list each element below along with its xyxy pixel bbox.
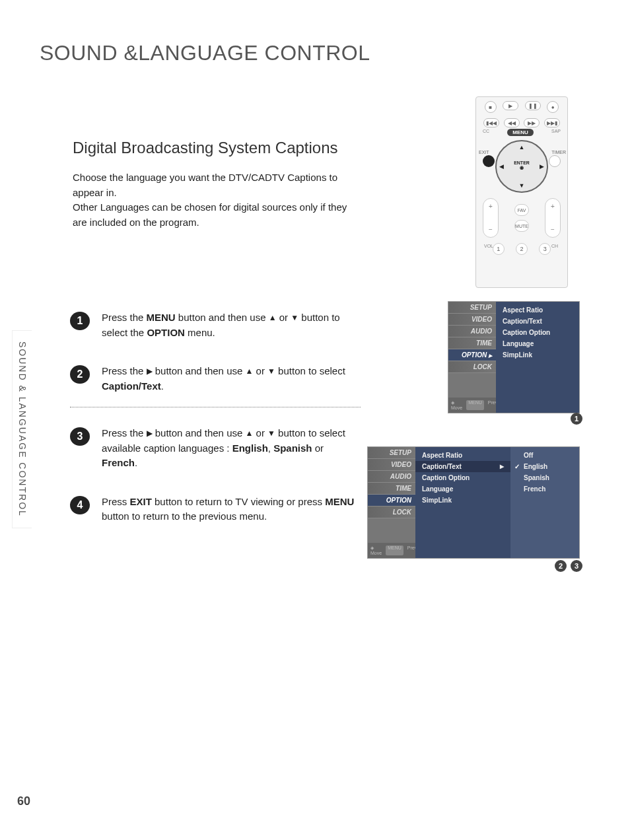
sidebar-item-setup: SETUP <box>368 447 415 459</box>
french-label: French <box>102 457 135 468</box>
vol-label: VOL <box>484 244 493 248</box>
ch-label: CH <box>551 244 558 248</box>
volume-rocker: + − <box>483 198 499 238</box>
text: or <box>253 365 267 376</box>
down-arrow-icon: ▼ <box>267 427 275 439</box>
text: button to return to TV viewing or press <box>152 496 325 507</box>
text: Press the <box>102 427 147 438</box>
step-2: 2 Press the ▶ button and then use ▲ or ▼… <box>70 364 361 407</box>
number-1-button: 1 <box>493 243 505 255</box>
minus-icon: − <box>551 226 555 233</box>
play-button: ▶ <box>503 101 518 110</box>
plus-icon: + <box>551 203 555 210</box>
osd-menu-1: SETUP VIDEO AUDIO TIME OPTION ▶ LOCK ◈ M… <box>448 301 580 413</box>
text: Press the <box>102 312 147 323</box>
text: . <box>135 457 137 468</box>
section-heading: Digital Broadcasting System Captions <box>73 139 338 157</box>
timer-button <box>549 155 561 167</box>
osd-panel: Aspect Ratio Caption/Text Caption Option… <box>496 302 579 413</box>
sidebar-item-time: TIME <box>448 337 496 349</box>
prev-hint: MENU <box>386 545 403 555</box>
callout-2: 2 <box>555 560 567 572</box>
move-hint: ◈ Move <box>370 545 382 555</box>
option-caption-option: Caption Option <box>415 472 510 483</box>
osd-footer: ◈ Move MENUPrev <box>448 398 496 413</box>
down-arrow-icon: ▼ <box>291 312 298 324</box>
text: or <box>312 442 324 454</box>
right-arrow-icon: ▶ <box>489 353 492 358</box>
text: or <box>253 427 267 438</box>
right-arrow-icon: ▶ <box>147 365 153 377</box>
text: Press <box>102 496 130 507</box>
pause-button: ❚❚ <box>525 101 541 110</box>
intro-text: Choose the language you want the DTV/CAD… <box>73 170 357 230</box>
sub-option-spanish: Spanish <box>510 472 579 483</box>
sidebar-item-video: VIDEO <box>448 314 496 326</box>
callout-1: 1 <box>571 413 582 425</box>
page-number: 60 <box>17 794 30 808</box>
sidebar-item-time: TIME <box>368 483 415 495</box>
stop-button: ■ <box>485 101 497 113</box>
option-caption-text: Caption/Text ▶ <box>415 461 510 472</box>
intro-line-1: Choose the language you want the DTV/CAD… <box>73 170 357 200</box>
menu-label: MENU <box>325 496 354 507</box>
vertical-chapter-tab: SOUND & LANGUAGE CONTROL <box>12 330 32 528</box>
text: button and then use <box>176 312 269 323</box>
step-1-text: Press the MENU button and then use ▲ or … <box>102 310 361 340</box>
up-arrow-icon: ▲ <box>245 427 253 439</box>
option-aspect-ratio: Aspect Ratio <box>496 304 579 316</box>
step-number-badge: 2 <box>70 365 90 384</box>
sub-option-french: French <box>510 483 579 495</box>
dpad-right-icon: ▶ <box>540 163 544 170</box>
option-aspect-ratio: Aspect Ratio <box>415 450 510 461</box>
sap-label: SAP <box>551 129 561 136</box>
exit-label: EXIT <box>479 150 489 155</box>
step-4: 4 Press EXIT button to return to TV view… <box>70 495 361 524</box>
skip-next-button: ▶▶▮ <box>544 118 560 127</box>
dpad-down-icon: ▼ <box>519 182 525 189</box>
option-label: OPTION <box>147 327 185 338</box>
minus-icon: − <box>489 226 493 233</box>
step-2-text: Press the ▶ button and then use ▲ or ▼ b… <box>102 364 361 394</box>
text: , <box>268 442 273 454</box>
rewind-button: ◀◀ <box>504 118 520 127</box>
label: OPTION <box>462 351 487 359</box>
option-simplink: SimpLink <box>415 495 510 506</box>
osd-sidebar: SETUP VIDEO AUDIO TIME OPTION ▶ LOCK ◈ M… <box>448 302 496 413</box>
text: button to select <box>275 365 345 376</box>
text: . <box>161 380 164 392</box>
sidebar-item-audio: AUDIO <box>448 326 496 337</box>
sidebar-item-video: VIDEO <box>368 459 415 471</box>
move-hint: ◈ Move <box>451 400 462 410</box>
osd-submenu: Off English Spanish French <box>510 447 579 558</box>
english-label: English <box>232 442 268 454</box>
enter-button: ENTER ◉ <box>514 160 530 170</box>
step-3: 3 Press the ▶ button and then use ▲ or ▼… <box>70 426 361 471</box>
option-caption-option: Caption Option <box>496 327 579 338</box>
step-4-text: Press EXIT button to return to TV viewin… <box>102 495 361 524</box>
enter-label: ENTER <box>514 160 530 165</box>
text: button and then use <box>153 427 246 438</box>
right-arrow-icon: ▶ <box>147 427 153 439</box>
osd-menu-2: SETUP VIDEO AUDIO TIME OPTION LOCK ◈ Mov… <box>367 446 580 559</box>
sub-option-off: Off <box>510 450 579 461</box>
option-simplink: SimpLink <box>496 349 579 361</box>
label: Caption/Text <box>422 463 462 470</box>
text: button to return to the previous menu. <box>102 510 267 522</box>
intro-line-2: Other Languages can be chosen for digita… <box>73 200 357 230</box>
dpad-left-icon: ◀ <box>499 163 504 170</box>
text: Press the <box>102 365 147 376</box>
osd-sidebar: SETUP VIDEO AUDIO TIME OPTION LOCK ◈ Mov… <box>368 447 415 558</box>
step-3-text: Press the ▶ button and then use ▲ or ▼ b… <box>102 426 361 471</box>
caption-text-label: Caption/Text <box>102 380 161 392</box>
mute-button: MUTE <box>514 220 529 232</box>
sidebar-item-setup: SETUP <box>448 302 496 314</box>
step-number-badge: 1 <box>70 312 90 330</box>
option-caption-text: Caption/Text <box>496 316 579 327</box>
dpad-up-icon: ▲ <box>519 144 525 151</box>
exit-button <box>483 155 495 167</box>
skip-prev-button: ▮◀◀ <box>483 118 499 127</box>
text: or <box>277 312 291 323</box>
page-title: SOUND &LANGUAGE CONTROL <box>40 41 370 65</box>
channel-rocker: + − <box>545 198 561 238</box>
